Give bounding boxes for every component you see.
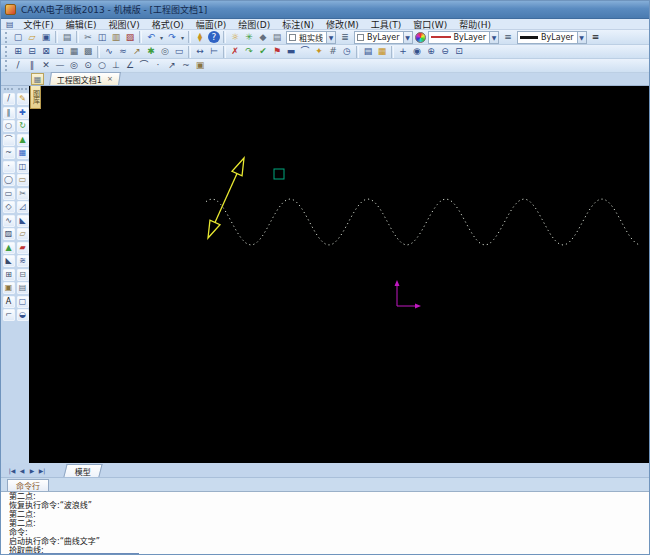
line-icon[interactable]: / xyxy=(11,59,25,72)
color-combo[interactable]: ByLayer▼ xyxy=(354,31,413,44)
document-menu-icon[interactable]: ▤ xyxy=(6,20,14,29)
break-icon[interactable]: ≋ xyxy=(17,255,29,267)
circle-icon[interactable]: ○ xyxy=(3,120,15,132)
wave-line-icon[interactable]: ∿ xyxy=(3,215,15,227)
format-brush-icon[interactable]: ▨ xyxy=(123,31,137,44)
target-center-icon[interactable]: ◎ xyxy=(158,45,172,58)
undo-icon[interactable]: ↶ xyxy=(144,31,158,44)
fit-curve-icon[interactable]: ≈ xyxy=(116,45,130,58)
check-mark-icon[interactable]: ✔ xyxy=(256,45,270,58)
view-all-icon[interactable]: ⊟ xyxy=(25,45,39,58)
thick-bar-icon[interactable]: ▬ xyxy=(284,45,298,58)
hatch-icon[interactable]: ▨ xyxy=(3,228,15,240)
rotate-icon[interactable]: ↻ xyxy=(17,120,29,132)
point-icon[interactable]: · xyxy=(151,59,165,72)
text-icon[interactable]: A xyxy=(3,296,15,308)
grid-icon[interactable]: ⊞ xyxy=(3,269,15,281)
circle-tangent-icon[interactable]: ○ xyxy=(95,59,109,72)
model-tab[interactable]: 模型 xyxy=(63,464,102,477)
menu-window[interactable]: 窗口(W) xyxy=(407,18,453,31)
properties-panel-icon[interactable]: ▤ xyxy=(361,45,375,58)
pan-icon[interactable]: + xyxy=(396,45,410,58)
arrow-head-down-icon[interactable] xyxy=(208,220,220,238)
text-box-icon[interactable]: ▭ xyxy=(172,45,186,58)
perpendicular-line-icon[interactable]: ⊥ xyxy=(109,59,123,72)
point-icon[interactable]: · xyxy=(3,161,15,173)
explode-icon[interactable]: ⊟ xyxy=(17,269,29,281)
menu-format[interactable]: 格式(O) xyxy=(146,18,190,31)
sheet-last-icon[interactable]: ▶| xyxy=(37,465,47,476)
spline-wave-icon[interactable]: ∿ xyxy=(102,45,116,58)
move-icon[interactable]: ✚ xyxy=(17,107,29,119)
layer-visibility-icon[interactable]: ☼ xyxy=(228,31,242,44)
menu-draw[interactable]: 绘图(D) xyxy=(232,18,276,31)
sine-wave-curve[interactable] xyxy=(206,199,641,245)
star-tool-icon[interactable]: ✦ xyxy=(312,45,326,58)
bitmap-pattern-icon[interactable]: ▩ xyxy=(81,45,95,58)
sheet-first-icon[interactable]: |◀ xyxy=(7,465,17,476)
red-cross-icon[interactable]: ✗ xyxy=(228,45,242,58)
sheet-next-icon[interactable]: ▶ xyxy=(27,465,37,476)
edit-pencil-icon[interactable]: ✎ xyxy=(17,93,29,105)
toolbar-grip-icon[interactable] xyxy=(5,46,9,57)
stretch-icon[interactable]: ▱ xyxy=(17,228,29,240)
angle-line-icon[interactable]: ∠ xyxy=(123,59,137,72)
cross-point-icon[interactable]: ✕ xyxy=(39,59,53,72)
layer-freeze-icon[interactable]: ✳ xyxy=(242,31,256,44)
zoom-in-icon[interactable]: ⊕ xyxy=(424,45,438,58)
document-tab[interactable]: 工程图文档1 × xyxy=(49,72,121,85)
arc-tool-icon[interactable]: ⌒ xyxy=(298,45,312,58)
clock-tool-icon[interactable]: ◷ xyxy=(340,45,354,58)
layer-combo[interactable]: 粗实线▼ xyxy=(286,31,336,44)
block-library-icon[interactable]: ▣ xyxy=(193,59,207,72)
layer-lock-icon[interactable]: ◆ xyxy=(256,31,270,44)
close-tab-icon[interactable]: × xyxy=(107,75,113,83)
arc-arrow-icon[interactable]: ↷ xyxy=(242,45,256,58)
display-icon[interactable]: ◒ xyxy=(17,309,29,321)
snap-node-icon[interactable]: ✱ xyxy=(144,45,158,58)
menu-help[interactable]: 帮助(H) xyxy=(453,18,497,31)
lineweight-manager-icon[interactable]: ≡ xyxy=(589,31,603,44)
copy-object-icon[interactable]: ◫ xyxy=(17,161,29,173)
sheet-prev-icon[interactable]: ◀ xyxy=(17,465,27,476)
document-list-icon[interactable]: ▦ xyxy=(31,73,44,85)
zoom-dynamic-icon[interactable]: ◉ xyxy=(410,45,424,58)
chamfer-icon[interactable]: ◣ xyxy=(3,255,15,267)
array-icon[interactable]: ▦ xyxy=(17,147,29,159)
view-grid-icon[interactable]: ⊡ xyxy=(53,45,67,58)
undo-options-icon[interactable]: ▾ xyxy=(158,31,165,44)
leader-icon[interactable]: ↗ xyxy=(165,59,179,72)
color-combo-dropdown-icon[interactable]: ▼ xyxy=(403,32,412,43)
redo-options-icon[interactable]: ▾ xyxy=(179,31,186,44)
redo-icon[interactable]: ↷ xyxy=(165,31,179,44)
menu-paper[interactable]: 幅面(P) xyxy=(190,18,232,31)
toolbar-grip-icon[interactable] xyxy=(5,60,9,71)
cut-icon[interactable]: ✂ xyxy=(81,31,95,44)
open-folder-icon[interactable]: ▱ xyxy=(25,31,39,44)
trim-icon[interactable]: ✂ xyxy=(17,188,29,200)
dim-edit-icon[interactable]: ⊢ xyxy=(207,45,221,58)
linetype-manager-icon[interactable]: ≡ xyxy=(501,31,515,44)
menu-tools[interactable]: 工具(T) xyxy=(365,18,408,31)
view-page-icon[interactable]: ⊠ xyxy=(39,45,53,58)
lineweight-combo[interactable]: ByLayer▼ xyxy=(517,31,587,44)
save-icon[interactable]: ▣ xyxy=(39,31,53,44)
spline-icon[interactable]: ~ xyxy=(3,147,15,159)
linetype-combo-dropdown-icon[interactable]: ▼ xyxy=(489,32,498,43)
mirror-icon[interactable]: ▲ xyxy=(17,134,29,146)
segment-icon[interactable]: — xyxy=(53,59,67,72)
command-history[interactable]: 第二点:恢复执行命令:“波浪线”第二点:第二点:命令:启动执行命令:“曲线文字”… xyxy=(1,491,649,555)
layer-combo-dropdown-icon[interactable]: ▼ xyxy=(326,32,335,43)
lineweight-combo-dropdown-icon[interactable]: ▼ xyxy=(577,32,586,43)
arc-icon[interactable]: ⌒ xyxy=(137,59,151,72)
library-panel-tab[interactable]: 图库 xyxy=(30,86,41,109)
toolbar-grip-icon[interactable] xyxy=(5,32,9,43)
rectangle-icon[interactable]: ▭ xyxy=(3,188,15,200)
brush-icon[interactable]: ▰ xyxy=(17,242,29,254)
layer-manager-icon[interactable]: ≣ xyxy=(338,31,352,44)
line-icon[interactable]: / xyxy=(3,93,15,105)
flag-mark-icon[interactable]: ⚑ xyxy=(270,45,284,58)
copy-icon[interactable]: ◫ xyxy=(95,31,109,44)
zoom-window-icon[interactable]: ⊡ xyxy=(452,45,466,58)
ellipse-icon[interactable]: ◯ xyxy=(3,174,15,186)
